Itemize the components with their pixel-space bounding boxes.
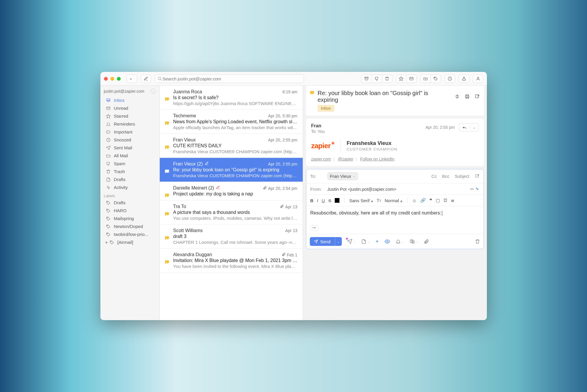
signature-icon[interactable] <box>470 186 480 192</box>
message-row[interactable]: Juanma Roca6:19 amIs it secret? Is it sa… <box>160 86 303 110</box>
folder-plus-icon <box>423 76 428 81</box>
bcc-button[interactable]: Bcc <box>442 174 449 179</box>
collapse-icon[interactable] <box>455 94 460 99</box>
link-twitter[interactable]: @zapier <box>338 157 353 161</box>
mail-icon <box>106 106 111 111</box>
font-size-select[interactable]: Normal ◆ <box>385 198 403 203</box>
message-row[interactable]: Fran Vieux (2)Apr 20, 2:55 pmRe: your li… <box>160 158 303 182</box>
account-switcher[interactable]: justin.pot@zapier.com ⌄ <box>100 87 159 96</box>
popout-icon[interactable] <box>475 174 480 178</box>
cc-button[interactable]: Cc <box>431 174 437 179</box>
message-row[interactable]: TechmemeApr 20, 5:30 pmNews from Apple's… <box>160 110 303 134</box>
trash-button[interactable] <box>382 75 392 83</box>
sidebar-item-sent-mail[interactable]: Sent Mail <box>100 144 159 152</box>
share-button[interactable] <box>459 75 469 83</box>
minimize-window-button[interactable] <box>110 77 114 81</box>
message-list[interactable]: Juanma Roca6:19 amIs it secret? Is it sa… <box>160 86 303 320</box>
app-window: ⌁ <box>100 72 487 320</box>
sidebar-item-all-mail[interactable]: All Mail <box>100 152 159 160</box>
ai-button[interactable]: ✦ <box>375 239 379 244</box>
eye-icon <box>384 239 390 244</box>
snooze-button[interactable] <box>445 75 455 83</box>
unordered-list-button[interactable]: ≣ <box>451 198 455 203</box>
toolbar: ⌁ <box>100 72 487 86</box>
send-button[interactable]: Send <box>310 237 335 246</box>
sidebar-item-label: Important <box>114 129 132 134</box>
sidebar-item-spam[interactable]: Spam <box>100 160 159 168</box>
svg-point-13 <box>107 217 107 218</box>
link-button[interactable]: 🔗 <box>420 198 426 203</box>
spam-button[interactable] <box>371 75 382 83</box>
show-quoted-button[interactable]: ••• <box>310 225 319 231</box>
sidebar-item-snoozed[interactable]: Snoozed <box>100 136 159 144</box>
preview-button[interactable] <box>384 239 390 244</box>
link-site[interactable]: zapier.com <box>311 157 331 161</box>
close-window-button[interactable] <box>104 77 108 81</box>
message-row[interactable]: Tra ToApr 13A picture that says a thousa… <box>160 200 303 224</box>
reply-button[interactable]: ⌄ <box>459 123 479 131</box>
message-row[interactable]: Fran VieuxApr 20, 2:55 pmCUTE KITTENS DA… <box>160 134 303 158</box>
search-field[interactable] <box>155 74 304 83</box>
reply-dropdown[interactable]: ⌄ <box>470 126 478 129</box>
subject-button[interactable]: Subject <box>455 174 469 179</box>
label-text: Mailspring <box>114 216 134 221</box>
contact-button[interactable] <box>473 75 483 83</box>
bold-button[interactable]: B <box>310 198 314 203</box>
emoji-button[interactable]: ☺ <box>412 198 417 203</box>
underline-button[interactable]: U <box>322 198 325 203</box>
person-icon <box>476 76 480 81</box>
sidebar-item-starred[interactable]: Starred <box>100 112 159 120</box>
translate-button[interactable]: ⌄ <box>410 239 418 244</box>
move-button[interactable] <box>420 75 431 83</box>
sidebar-item-activity[interactable]: Activity <box>100 183 159 191</box>
label-item[interactable]: HARO <box>100 207 159 214</box>
compose-body[interactable]: Resubscribe, obviously, here are all of … <box>306 206 484 224</box>
tag-icon <box>109 240 115 245</box>
activity-toolbar-button[interactable]: ⌁ <box>127 75 137 83</box>
code-button[interactable]: ▢ <box>436 198 440 203</box>
sidebar-item-important[interactable]: Important <box>100 128 159 136</box>
read-receipt-button[interactable]: ⌄ <box>347 239 356 244</box>
ordered-list-button[interactable]: ☲ <box>443 198 447 203</box>
quote-button[interactable]: ❝ <box>429 197 432 204</box>
sidebar-item-reminders[interactable]: Reminders <box>100 120 159 128</box>
label-item[interactable]: Mailspring <box>100 214 159 222</box>
zoom-window-button[interactable] <box>117 77 121 81</box>
file-icon <box>106 177 111 182</box>
recipient-chip[interactable]: Fran Vieux⌄ <box>327 172 358 180</box>
popout-icon[interactable] <box>475 94 480 99</box>
message-row[interactable]: Alexandra DugganFeb 1Invitation: Mira X … <box>160 249 303 273</box>
reminder-button[interactable]: ⌄ <box>396 239 404 244</box>
sidebar-item-drafts[interactable]: Drafts <box>100 175 159 183</box>
attach-button[interactable] <box>424 239 429 244</box>
discard-button[interactable] <box>475 239 480 244</box>
label-item[interactable]: Drafts <box>100 199 159 207</box>
star-button[interactable] <box>396 75 406 83</box>
thumbs-down-icon <box>106 161 111 166</box>
italic-button[interactable]: I <box>317 198 318 203</box>
inbox-icon <box>106 98 111 103</box>
color-swatch[interactable] <box>335 198 339 203</box>
archive-button[interactable] <box>361 75 372 83</box>
label-item[interactable]: Newton/Doped <box>100 222 159 230</box>
message-row[interactable]: Scott WilliamsApr 13draft 3CHAPTER 1 Loo… <box>160 224 303 249</box>
sidebar-item-inbox[interactable]: Inbox <box>100 96 159 104</box>
compose-button[interactable] <box>141 75 151 83</box>
label-item[interactable]: twobird/low-prio... <box>100 230 159 238</box>
search-input[interactable] <box>162 76 301 82</box>
label-button[interactable] <box>430 75 441 83</box>
sidebar-item-unread[interactable]: Unread <box>100 104 159 112</box>
templates-button[interactable]: ⌄ <box>361 239 370 244</box>
label-item[interactable]: ▶[Airmail] <box>100 238 159 246</box>
from-value[interactable]: Justin Pot <justin.pot@zapier.com> <box>327 187 396 192</box>
link-linkedin[interactable]: Follow on LinkedIn <box>360 157 395 161</box>
strike-button[interactable]: S <box>328 198 331 203</box>
flag-icon <box>165 260 169 264</box>
print-icon[interactable] <box>465 94 470 99</box>
reader-tag[interactable]: Inbox <box>318 105 334 111</box>
mark-unread-button[interactable] <box>406 75 417 83</box>
send-dropdown[interactable]: ⌄ <box>335 237 342 246</box>
sidebar-item-trash[interactable]: Trash <box>100 168 159 175</box>
font-family-select[interactable]: Sans Serif ◆ <box>349 198 373 203</box>
message-row[interactable]: Danielle Meinert (2)Apr 20, 2:54 pmProje… <box>160 182 303 200</box>
